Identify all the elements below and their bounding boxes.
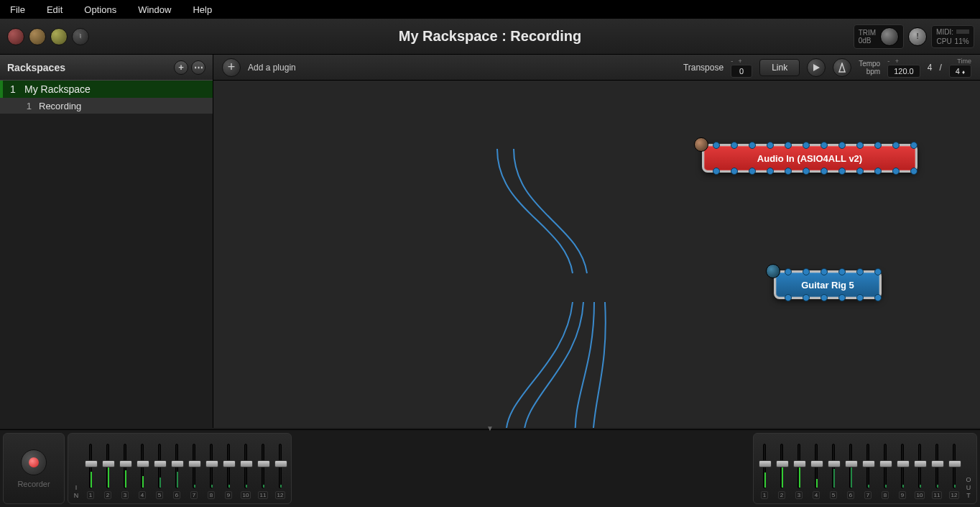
fader-8[interactable]: 8: [877, 444, 893, 499]
fader-11[interactable]: 11: [929, 444, 945, 499]
fader-1[interactable]: 1: [757, 444, 772, 499]
menu-file[interactable]: File: [6, 2, 29, 17]
fader-2[interactable]: 2: [100, 444, 116, 499]
fader-7[interactable]: 7: [860, 444, 876, 499]
rackspace-item[interactable]: 1 My Rackspace: [0, 81, 213, 98]
menu-window[interactable]: Window: [134, 2, 175, 17]
sidebar: Rackspaces + ⋯ 1 My Rackspace 1 Recordin…: [0, 55, 213, 428]
bpm-value[interactable]: 120.0: [887, 65, 920, 78]
main-toolbar: ♮ My Rackspace : Recording TRIM0dB ! MID…: [0, 19, 980, 55]
mixer-panel: ▼ Recorder IN 123456789101112 1234567891…: [0, 429, 980, 507]
node-audio-in[interactable]: Audio In (ASIO4ALL v2): [702, 144, 917, 173]
fader-9[interactable]: 9: [895, 444, 910, 499]
variation-item[interactable]: 1 Recording: [0, 98, 213, 114]
menu-options[interactable]: Options: [80, 2, 121, 17]
menu-help[interactable]: Help: [188, 2, 216, 17]
wire-layer: [213, 81, 980, 428]
node-guitar-rig[interactable]: Guitar Rig 5: [774, 270, 882, 299]
fader-10[interactable]: 10: [238, 444, 254, 499]
add-plugin-button[interactable]: +: [222, 58, 241, 77]
metronome-button[interactable]: [833, 58, 851, 77]
panic-button[interactable]: !: [908, 27, 927, 46]
play-button[interactable]: [807, 58, 826, 77]
midi-cpu-status: MIDI: CPU11%: [931, 25, 974, 48]
tool-view3-icon[interactable]: [50, 28, 68, 45]
timesig-num[interactable]: 4: [928, 63, 933, 73]
transpose-label: Transpose: [683, 63, 724, 73]
tool-view1-icon[interactable]: [7, 28, 24, 45]
recorder-label: Recorder: [17, 480, 50, 488]
fader-4[interactable]: 4: [808, 444, 824, 499]
canvas-toolbar: + Add a plugin Transpose - + 0 Link Temp…: [213, 55, 980, 81]
trim-knob[interactable]: [880, 27, 899, 46]
input-fader-bank: IN 123456789101112: [68, 433, 292, 504]
out-label: OUT: [963, 476, 974, 499]
tool-view2-icon[interactable]: [29, 28, 46, 45]
fader-9[interactable]: 9: [221, 444, 236, 499]
fader-5[interactable]: 5: [152, 444, 167, 499]
fader-7[interactable]: 7: [186, 444, 202, 499]
transpose-value[interactable]: 0: [731, 65, 752, 78]
rackspace-title: My Rackspace : Recording: [399, 28, 582, 45]
fader-2[interactable]: 2: [774, 444, 790, 499]
tool-tuner-icon[interactable]: ♮: [72, 28, 89, 45]
fader-11[interactable]: 11: [255, 444, 271, 499]
fader-6[interactable]: 6: [169, 444, 185, 499]
output-fader-bank: 123456789101112 OUT: [753, 433, 977, 504]
add-rackspace-button[interactable]: +: [174, 60, 188, 75]
trim-control[interactable]: TRIM0dB: [854, 24, 904, 49]
in-label: IN: [71, 484, 81, 499]
fader-6[interactable]: 6: [843, 444, 859, 499]
recorder-panel: Recorder: [3, 433, 65, 504]
fader-3[interactable]: 3: [117, 444, 133, 499]
fader-3[interactable]: 3: [791, 444, 807, 499]
plugin-canvas[interactable]: + Add a plugin Transpose - + 0 Link Temp…: [213, 55, 980, 428]
link-button[interactable]: Link: [759, 59, 800, 76]
sidebar-header: Rackspaces + ⋯: [0, 55, 213, 81]
add-plugin-label: Add a plugin: [248, 63, 296, 73]
fader-1[interactable]: 1: [83, 444, 98, 499]
menu-bar: File Edit Options Window Help: [0, 0, 980, 19]
rackspace-options-button[interactable]: ⋯: [191, 60, 205, 75]
expand-mixer-icon[interactable]: ▼: [486, 424, 494, 432]
node-knob-icon[interactable]: [694, 137, 708, 152]
timesig-denom[interactable]: 4 ♦: [949, 65, 971, 78]
fader-12[interactable]: 12: [946, 444, 962, 499]
fader-10[interactable]: 10: [912, 444, 928, 499]
menu-edit[interactable]: Edit: [42, 2, 67, 17]
fader-8[interactable]: 8: [203, 444, 219, 499]
node-knob-icon[interactable]: [766, 264, 780, 278]
fader-4[interactable]: 4: [134, 444, 150, 499]
fader-12[interactable]: 12: [272, 444, 288, 499]
record-button[interactable]: [21, 449, 47, 475]
fader-5[interactable]: 5: [826, 444, 841, 499]
